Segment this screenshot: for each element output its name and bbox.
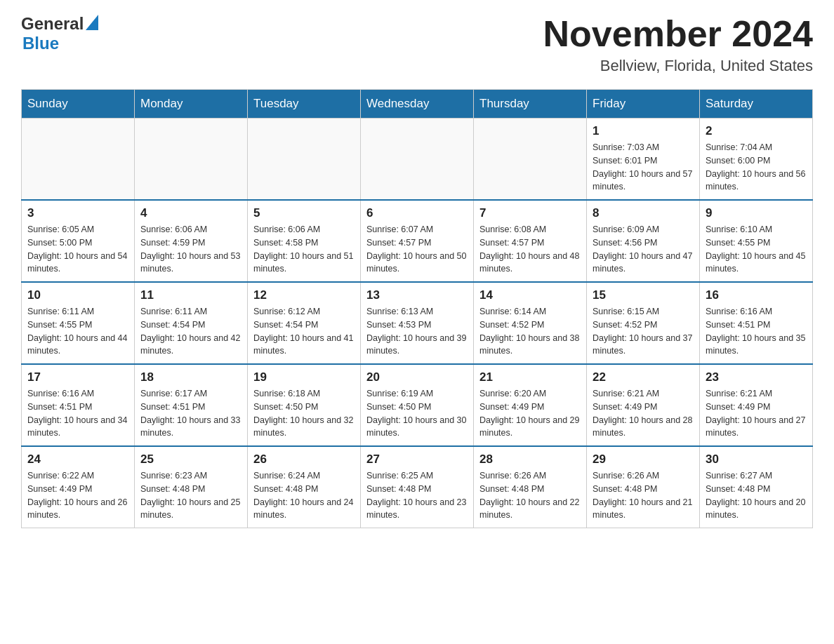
calendar-day-cell: 13Sunrise: 6:13 AMSunset: 4:53 PMDayligh… — [361, 282, 474, 364]
day-number: 12 — [253, 288, 355, 302]
day-info: Sunrise: 7:04 AMSunset: 6:00 PMDaylight:… — [706, 141, 807, 194]
day-info: Sunrise: 6:10 AMSunset: 4:55 PMDaylight:… — [706, 223, 807, 276]
day-number: 11 — [140, 288, 241, 302]
calendar-day-cell: 11Sunrise: 6:11 AMSunset: 4:54 PMDayligh… — [135, 282, 248, 364]
day-info: Sunrise: 6:16 AMSunset: 4:51 PMDaylight:… — [706, 305, 807, 358]
day-info: Sunrise: 6:13 AMSunset: 4:53 PMDaylight:… — [366, 305, 468, 358]
calendar-day-cell: 22Sunrise: 6:21 AMSunset: 4:49 PMDayligh… — [587, 364, 700, 446]
day-number: 10 — [27, 288, 128, 302]
calendar-day-cell: 7Sunrise: 6:08 AMSunset: 4:57 PMDaylight… — [474, 200, 587, 282]
title-area: November 2024 Bellview, Florida, United … — [543, 14, 813, 75]
calendar-day-cell: 25Sunrise: 6:23 AMSunset: 4:48 PMDayligh… — [135, 446, 248, 528]
day-number: 2 — [706, 124, 807, 138]
weekday-header-monday: Monday — [135, 90, 248, 119]
calendar-day-cell: 12Sunrise: 6:12 AMSunset: 4:54 PMDayligh… — [248, 282, 361, 364]
day-info: Sunrise: 6:07 AMSunset: 4:57 PMDaylight:… — [366, 223, 468, 276]
day-number: 27 — [366, 452, 468, 467]
day-number: 18 — [140, 370, 241, 384]
calendar-day-cell: 24Sunrise: 6:22 AMSunset: 4:49 PMDayligh… — [22, 446, 135, 528]
day-number: 8 — [593, 206, 694, 220]
day-info: Sunrise: 6:23 AMSunset: 4:48 PMDaylight:… — [140, 469, 241, 522]
calendar-day-cell: 20Sunrise: 6:19 AMSunset: 4:50 PMDayligh… — [361, 364, 474, 446]
month-title: November 2024 — [543, 14, 813, 54]
weekday-header-saturday: Saturday — [700, 90, 813, 119]
day-info: Sunrise: 6:06 AMSunset: 4:59 PMDaylight:… — [140, 223, 241, 276]
calendar-day-cell: 26Sunrise: 6:24 AMSunset: 4:48 PMDayligh… — [248, 446, 361, 528]
calendar-header: SundayMondayTuesdayWednesdayThursdayFrid… — [22, 90, 813, 119]
day-number: 20 — [366, 370, 468, 384]
calendar-day-cell: 10Sunrise: 6:11 AMSunset: 4:55 PMDayligh… — [22, 282, 135, 364]
day-number: 9 — [706, 206, 807, 220]
day-info: Sunrise: 6:12 AMSunset: 4:54 PMDaylight:… — [253, 305, 355, 358]
calendar-week-row: 1Sunrise: 7:03 AMSunset: 6:01 PMDaylight… — [22, 119, 813, 201]
day-info: Sunrise: 6:16 AMSunset: 4:51 PMDaylight:… — [27, 387, 128, 440]
calendar-day-cell: 2Sunrise: 7:04 AMSunset: 6:00 PMDaylight… — [700, 119, 813, 201]
day-info: Sunrise: 6:22 AMSunset: 4:49 PMDaylight:… — [27, 469, 128, 522]
day-number: 14 — [479, 288, 581, 302]
calendar-day-cell: 19Sunrise: 6:18 AMSunset: 4:50 PMDayligh… — [248, 364, 361, 446]
calendar-day-cell: 21Sunrise: 6:20 AMSunset: 4:49 PMDayligh… — [474, 364, 587, 446]
weekday-header-friday: Friday — [587, 90, 700, 119]
day-info: Sunrise: 6:14 AMSunset: 4:52 PMDaylight:… — [479, 305, 581, 358]
calendar-day-cell — [474, 119, 587, 201]
calendar-day-cell — [135, 119, 248, 201]
calendar-day-cell: 28Sunrise: 6:26 AMSunset: 4:48 PMDayligh… — [474, 446, 587, 528]
calendar-day-cell — [361, 119, 474, 201]
day-number: 16 — [706, 288, 807, 302]
day-info: Sunrise: 6:11 AMSunset: 4:55 PMDaylight:… — [27, 305, 128, 358]
day-info: Sunrise: 7:03 AMSunset: 6:01 PMDaylight:… — [593, 141, 694, 194]
calendar-week-row: 10Sunrise: 6:11 AMSunset: 4:55 PMDayligh… — [22, 282, 813, 364]
day-info: Sunrise: 6:05 AMSunset: 5:00 PMDaylight:… — [27, 223, 128, 276]
day-number: 5 — [253, 206, 355, 220]
day-number: 21 — [479, 370, 581, 384]
day-info: Sunrise: 6:17 AMSunset: 4:51 PMDaylight:… — [140, 387, 241, 440]
day-number: 29 — [593, 452, 694, 467]
calendar-day-cell: 6Sunrise: 6:07 AMSunset: 4:57 PMDaylight… — [361, 200, 474, 282]
weekday-header-sunday: Sunday — [22, 90, 135, 119]
svg-marker-0 — [86, 15, 98, 30]
day-info: Sunrise: 6:19 AMSunset: 4:50 PMDaylight:… — [366, 387, 468, 440]
day-number: 13 — [366, 288, 468, 302]
day-info: Sunrise: 6:18 AMSunset: 4:50 PMDaylight:… — [253, 387, 355, 440]
day-info: Sunrise: 6:15 AMSunset: 4:52 PMDaylight:… — [593, 305, 694, 358]
calendar-week-row: 24Sunrise: 6:22 AMSunset: 4:49 PMDayligh… — [22, 446, 813, 528]
calendar-day-cell — [248, 119, 361, 201]
calendar-week-row: 17Sunrise: 6:16 AMSunset: 4:51 PMDayligh… — [22, 364, 813, 446]
calendar-day-cell: 27Sunrise: 6:25 AMSunset: 4:48 PMDayligh… — [361, 446, 474, 528]
weekday-header-wednesday: Wednesday — [361, 90, 474, 119]
day-info: Sunrise: 6:25 AMSunset: 4:48 PMDaylight:… — [366, 469, 468, 522]
day-info: Sunrise: 6:21 AMSunset: 4:49 PMDaylight:… — [706, 387, 807, 440]
day-number: 28 — [479, 452, 581, 467]
day-info: Sunrise: 6:27 AMSunset: 4:48 PMDaylight:… — [706, 469, 807, 522]
calendar-day-cell: 14Sunrise: 6:14 AMSunset: 4:52 PMDayligh… — [474, 282, 587, 364]
day-number: 15 — [593, 288, 694, 302]
location-text: Bellview, Florida, United States — [543, 57, 813, 75]
weekday-header-row: SundayMondayTuesdayWednesdayThursdayFrid… — [22, 90, 813, 119]
day-info: Sunrise: 6:09 AMSunset: 4:56 PMDaylight:… — [593, 223, 694, 276]
calendar-body: 1Sunrise: 7:03 AMSunset: 6:01 PMDaylight… — [22, 119, 813, 528]
logo-general-text: General — [21, 14, 84, 34]
day-number: 30 — [706, 452, 807, 467]
calendar-day-cell: 5Sunrise: 6:06 AMSunset: 4:58 PMDaylight… — [248, 200, 361, 282]
day-number: 26 — [253, 452, 355, 467]
calendar-day-cell: 23Sunrise: 6:21 AMSunset: 4:49 PMDayligh… — [700, 364, 813, 446]
calendar-day-cell — [22, 119, 135, 201]
calendar-table: SundayMondayTuesdayWednesdayThursdayFrid… — [21, 89, 813, 528]
calendar-day-cell: 18Sunrise: 6:17 AMSunset: 4:51 PMDayligh… — [135, 364, 248, 446]
logo-triangle-icon — [86, 15, 98, 33]
day-number: 1 — [593, 124, 694, 138]
day-info: Sunrise: 6:26 AMSunset: 4:48 PMDaylight:… — [479, 469, 581, 522]
calendar-week-row: 3Sunrise: 6:05 AMSunset: 5:00 PMDaylight… — [22, 200, 813, 282]
calendar-day-cell: 16Sunrise: 6:16 AMSunset: 4:51 PMDayligh… — [700, 282, 813, 364]
day-info: Sunrise: 6:11 AMSunset: 4:54 PMDaylight:… — [140, 305, 241, 358]
day-info: Sunrise: 6:21 AMSunset: 4:49 PMDaylight:… — [593, 387, 694, 440]
day-info: Sunrise: 6:26 AMSunset: 4:48 PMDaylight:… — [593, 469, 694, 522]
calendar-day-cell: 17Sunrise: 6:16 AMSunset: 4:51 PMDayligh… — [22, 364, 135, 446]
day-number: 7 — [479, 206, 581, 220]
day-info: Sunrise: 6:20 AMSunset: 4:49 PMDaylight:… — [479, 387, 581, 440]
day-number: 6 — [366, 206, 468, 220]
day-number: 4 — [140, 206, 241, 220]
calendar-day-cell: 15Sunrise: 6:15 AMSunset: 4:52 PMDayligh… — [587, 282, 700, 364]
calendar-day-cell: 30Sunrise: 6:27 AMSunset: 4:48 PMDayligh… — [700, 446, 813, 528]
calendar-day-cell: 9Sunrise: 6:10 AMSunset: 4:55 PMDaylight… — [700, 200, 813, 282]
